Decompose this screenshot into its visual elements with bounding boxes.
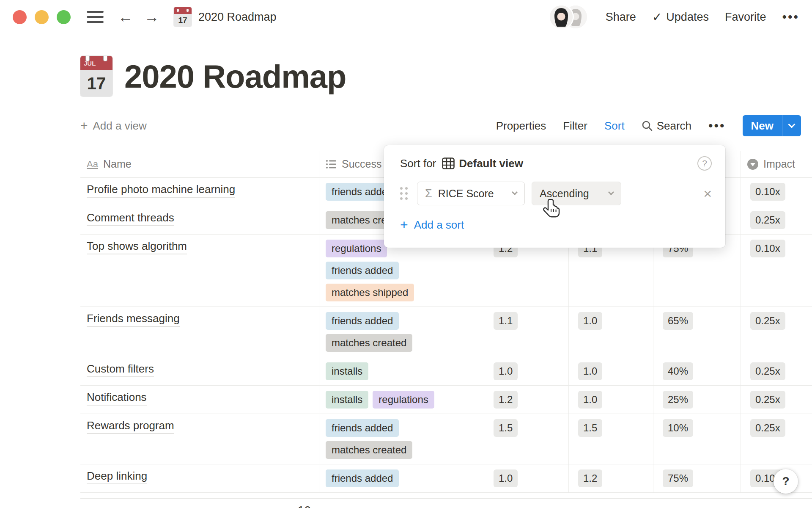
- page-title[interactable]: 2020 Roadmap: [124, 58, 346, 95]
- cell-name[interactable]: Top shows algorithm: [80, 235, 319, 306]
- cell-number[interactable]: 65%: [653, 307, 741, 357]
- value-pill[interactable]: 1.5: [578, 419, 602, 437]
- new-row-strip[interactable]: [80, 493, 812, 499]
- row-title-link[interactable]: Deep linking: [87, 469, 147, 484]
- cell-number[interactable]: 1.0: [569, 386, 653, 414]
- cell-name[interactable]: Custom filters: [80, 357, 319, 385]
- cell-success-tags[interactable]: friends addedmatches created: [319, 307, 484, 357]
- column-header-name[interactable]: Aa Name: [80, 151, 319, 177]
- properties-button[interactable]: Properties: [496, 119, 546, 133]
- cell-number[interactable]: 1.0: [569, 357, 653, 385]
- cell-name[interactable]: Friends messaging: [80, 307, 319, 357]
- help-fab-button[interactable]: ?: [774, 469, 798, 494]
- row-title-link[interactable]: Top shows algorithm: [87, 240, 187, 254]
- tag-installs[interactable]: installs: [326, 362, 368, 380]
- row-title-link[interactable]: Friends messaging: [87, 312, 180, 327]
- cell-number[interactable]: 1.0: [484, 357, 569, 385]
- value-pill[interactable]: 75%: [663, 469, 693, 487]
- value-pill[interactable]: 40%: [663, 362, 693, 380]
- column-header-impact[interactable]: Impact: [741, 151, 812, 177]
- tag-friends-added[interactable]: friends added: [326, 262, 399, 279]
- tag-matches-shipped[interactable]: matches shipped: [326, 284, 414, 301]
- value-pill[interactable]: 65%: [663, 312, 693, 330]
- chevron-down-icon[interactable]: [782, 124, 801, 127]
- cell-success-tags[interactable]: friends added: [319, 464, 484, 492]
- impact-pill[interactable]: 0.10x: [750, 183, 785, 201]
- cell-name[interactable]: Deep linking: [80, 464, 319, 492]
- value-pill[interactable]: 1.1: [494, 312, 518, 330]
- sidebar-menu-icon[interactable]: [87, 11, 104, 23]
- tag-regulations[interactable]: regulations: [326, 240, 387, 257]
- row-title-link[interactable]: Notifications: [87, 391, 147, 406]
- sort-button[interactable]: Sort: [604, 119, 625, 133]
- value-pill[interactable]: 1.0: [494, 362, 518, 380]
- cell-impact[interactable]: 0.25x: [741, 357, 812, 385]
- cell-number[interactable]: 25%: [653, 386, 741, 414]
- page-calendar-icon[interactable]: JUL 17: [80, 56, 112, 97]
- cell-name[interactable]: Notifications: [80, 386, 319, 414]
- add-view-button[interactable]: + Add a view: [80, 119, 147, 133]
- cell-number[interactable]: 1.2: [569, 464, 653, 492]
- value-pill[interactable]: 1.5: [494, 419, 518, 437]
- help-icon[interactable]: ?: [697, 156, 712, 171]
- cell-number[interactable]: 1.0: [484, 464, 569, 492]
- cell-impact[interactable]: 0.25x: [741, 307, 812, 357]
- value-pill[interactable]: 1.0: [578, 312, 602, 330]
- tag-friends-added[interactable]: friends added: [326, 419, 399, 437]
- tag-installs[interactable]: installs: [326, 391, 368, 409]
- cell-success-tags[interactable]: friends addedmatches created: [319, 414, 484, 464]
- cell-success-tags[interactable]: installs: [319, 357, 484, 385]
- count-footer[interactable]: COUNT10: [80, 499, 319, 508]
- cell-number[interactable]: 1.1: [484, 307, 569, 357]
- value-pill[interactable]: 10%: [663, 419, 693, 437]
- cell-number[interactable]: 40%: [653, 357, 741, 385]
- filter-button[interactable]: Filter: [563, 119, 587, 133]
- impact-pill[interactable]: 0.10x: [750, 240, 785, 257]
- value-pill[interactable]: 1.0: [494, 469, 518, 487]
- add-sort-button[interactable]: + Add a sort: [400, 217, 725, 233]
- cell-number[interactable]: 1.2: [484, 386, 569, 414]
- value-pill[interactable]: 1.0: [578, 362, 602, 380]
- cell-number[interactable]: 1.5: [484, 414, 569, 464]
- value-pill[interactable]: 25%: [663, 391, 693, 409]
- cell-impact[interactable]: 0.25x: [741, 414, 812, 464]
- row-title-link[interactable]: Comment threads: [87, 211, 174, 226]
- cell-number[interactable]: 75%: [653, 464, 741, 492]
- tag-friends-added[interactable]: friends added: [326, 312, 399, 330]
- row-title-link[interactable]: Rewards program: [87, 419, 174, 434]
- close-window-button[interactable]: [13, 10, 27, 24]
- more-options-icon[interactable]: •••: [782, 10, 799, 24]
- minimize-window-button[interactable]: [35, 10, 49, 24]
- sort-direction-select[interactable]: Ascending: [532, 182, 621, 205]
- sort-field-select[interactable]: Σ RICE Score: [417, 182, 525, 205]
- row-title-link[interactable]: Custom filters: [87, 362, 154, 377]
- impact-pill[interactable]: 0.25x: [750, 312, 785, 330]
- cell-number[interactable]: 1.5: [569, 414, 653, 464]
- drag-handle-icon[interactable]: [400, 187, 408, 200]
- impact-pill[interactable]: 0.25x: [750, 211, 785, 229]
- cell-impact[interactable]: 0.25x: [741, 386, 812, 414]
- value-pill[interactable]: 1.2: [578, 469, 602, 487]
- cell-impact[interactable]: 0.10x: [741, 235, 812, 306]
- row-title-link[interactable]: Profile photo machine learning: [87, 183, 235, 198]
- impact-pill[interactable]: 0.25x: [750, 362, 785, 380]
- cell-number[interactable]: 10%: [653, 414, 741, 464]
- cell-impact[interactable]: 0.25x: [741, 206, 812, 234]
- cell-success-tags[interactable]: installsregulations: [319, 386, 484, 414]
- tag-matches-created[interactable]: matches created: [326, 334, 412, 352]
- value-pill[interactable]: 1.0: [578, 391, 602, 409]
- cell-number[interactable]: 1.0: [569, 307, 653, 357]
- impact-pill[interactable]: 0.25x: [750, 419, 785, 437]
- updates-button[interactable]: ✓ Updates: [652, 10, 709, 24]
- new-button[interactable]: New: [743, 115, 801, 136]
- back-arrow-icon[interactable]: ←: [118, 9, 133, 25]
- avatar[interactable]: [550, 6, 573, 28]
- cell-name[interactable]: Profile photo machine learning: [80, 178, 319, 206]
- favorite-button[interactable]: Favorite: [725, 11, 766, 24]
- collaborator-avatars[interactable]: [550, 6, 587, 28]
- remove-sort-icon[interactable]: ×: [703, 186, 712, 201]
- value-pill[interactable]: 1.2: [494, 391, 518, 409]
- search-button[interactable]: Search: [642, 119, 691, 133]
- tag-friends-added[interactable]: friends added: [326, 469, 399, 487]
- tag-regulations[interactable]: regulations: [373, 391, 434, 409]
